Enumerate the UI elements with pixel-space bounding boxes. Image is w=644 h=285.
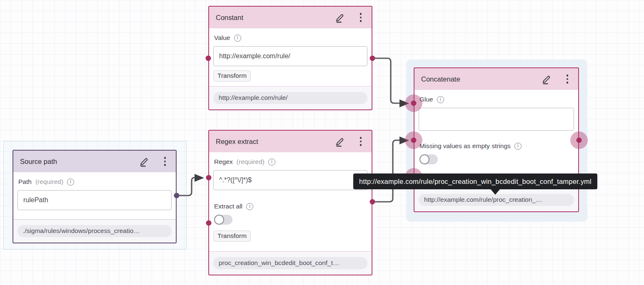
field-label-text: Path: [18, 178, 32, 186]
field-label-text: Value: [214, 34, 230, 42]
info-icon[interactable]: [67, 178, 74, 186]
required-hint: (required): [35, 178, 63, 186]
node-regex-header[interactable]: Regex extract: [209, 131, 372, 152]
port-concatenate-input-1[interactable]: [411, 101, 417, 106]
port-concatenate-output[interactable]: [577, 138, 582, 143]
port-constant-input[interactable]: [206, 56, 211, 61]
field-label-text: Extract all: [214, 203, 242, 210]
missing-values-label: Missing values as empty strings: [419, 142, 573, 150]
transform-badge: Transform: [213, 230, 251, 242]
kebab-menu-icon[interactable]: [357, 11, 364, 24]
kebab-menu-icon[interactable]: [162, 155, 169, 168]
node-constant-header[interactable]: Constant: [209, 7, 372, 28]
node-editor-canvas[interactable]: Constant Value Transform http://example.…: [0, 0, 644, 285]
port-constant-output[interactable]: [370, 56, 375, 61]
field-label-text: Regex: [214, 158, 233, 166]
node-regex-extract[interactable]: Regex extract Regex (required) Extract a…: [208, 130, 372, 275]
info-icon[interactable]: [268, 159, 275, 166]
transform-badge: Transform: [213, 70, 251, 82]
value-field-label: Value: [214, 34, 367, 42]
wire-constant-to-concatenate: [372, 58, 399, 103]
output-value-chip: http://example.com/rule/: [213, 92, 367, 104]
glue-field-label: Glue: [419, 96, 573, 103]
node-output-area: proc_creation_win_bcdedit_boot_conf_t…: [209, 251, 372, 275]
kebab-menu-icon[interactable]: [564, 73, 571, 85]
output-value-chip: ./sigma/rules/windows/process_creatio…: [17, 225, 172, 237]
port-regex-output[interactable]: [370, 199, 375, 205]
node-output-area: ./sigma/rules/windows/process_creatio…: [13, 219, 176, 243]
edit-icon[interactable]: [541, 74, 552, 85]
node-source-header[interactable]: Source path: [13, 151, 176, 172]
wire-arrowhead: [195, 174, 204, 182]
edit-icon[interactable]: [139, 156, 150, 167]
missing-values-toggle[interactable]: [419, 154, 438, 164]
node-title: Concatenate: [421, 75, 541, 83]
toggle-knob: [419, 154, 429, 164]
node-output-area: http://example.com/rule/: [209, 86, 372, 109]
output-value-chip: http://example.com/rule/proc_creation_…: [419, 194, 574, 206]
info-icon[interactable]: [234, 35, 241, 42]
glue-input[interactable]: [419, 108, 574, 131]
node-constant[interactable]: Constant Value Transform http://example.…: [208, 6, 372, 110]
port-concatenate-input-2[interactable]: [411, 138, 417, 143]
kebab-menu-icon[interactable]: [357, 135, 364, 148]
value-tooltip: http://example.com/rule/proc_creation_wi…: [353, 173, 597, 189]
path-input[interactable]: [17, 190, 172, 210]
node-title: Regex extract: [216, 138, 334, 146]
node-title: Constant: [216, 14, 334, 22]
info-icon[interactable]: [246, 203, 253, 210]
wire-regex-to-concatenate: [373, 140, 399, 202]
port-source-path-output[interactable]: [174, 193, 180, 198]
edit-icon[interactable]: [334, 136, 346, 147]
output-value-chip: proc_creation_win_bcdedit_boot_conf_t…: [213, 257, 367, 269]
regex-field-label: Regex (required): [214, 158, 367, 166]
port-regex-input[interactable]: [206, 175, 212, 181]
path-field-label: Path (required): [18, 178, 171, 186]
node-source-path[interactable]: Source path Path (required) ./sigma/rule…: [12, 150, 177, 243]
regex-input[interactable]: [213, 170, 367, 190]
field-label-text: Missing values as empty strings: [419, 142, 511, 150]
port-regex-extract-all-input[interactable]: [206, 221, 212, 226]
edit-icon[interactable]: [334, 12, 346, 23]
extract-all-toggle[interactable]: [214, 215, 232, 225]
node-concatenate-header[interactable]: Concatenate: [414, 68, 578, 90]
required-hint: (required): [237, 158, 265, 166]
extract-all-label: Extract all: [214, 203, 367, 210]
value-input[interactable]: [213, 46, 367, 66]
wire-source-to-regex: [177, 178, 194, 196]
info-icon[interactable]: [437, 96, 444, 103]
toggle-knob: [214, 215, 224, 225]
info-icon[interactable]: [514, 143, 522, 150]
node-title: Source path: [20, 158, 139, 166]
